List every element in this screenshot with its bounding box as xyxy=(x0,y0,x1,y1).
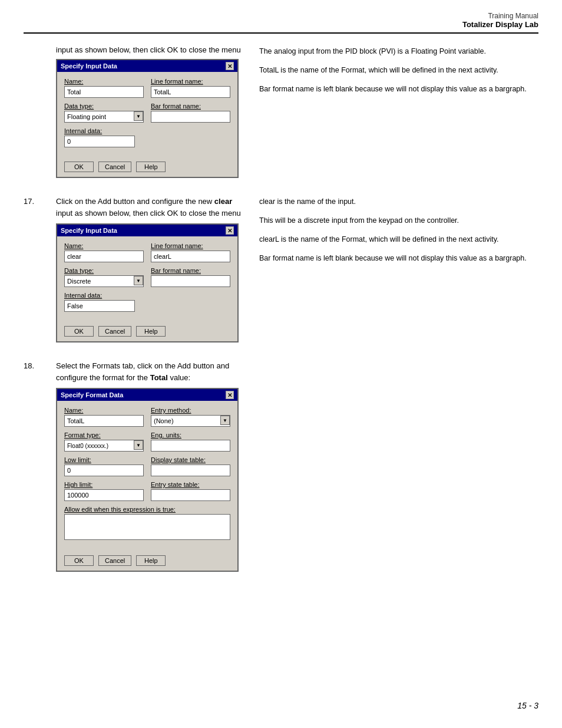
dialog1-close-button[interactable]: ✕ xyxy=(226,62,234,70)
dialog1-datatype-barformat-row: Data type: Floating point ▼ Bar format n… xyxy=(64,103,230,123)
dialog3-formattype-wrap: Float0 (xxxxxx.) ▼ xyxy=(64,440,144,452)
dialog1-buttons: OK Cancel Help xyxy=(57,158,237,177)
dialog3-formattype-arrow-icon[interactable]: ▼ xyxy=(134,440,143,450)
dialog1-lineformat-col: Line format name: xyxy=(151,78,230,98)
dialog1-datatype-dropdown[interactable]: Floating point ▼ xyxy=(64,111,144,123)
dialog1-ok-button[interactable]: OK xyxy=(64,162,94,172)
dialog3-name-input[interactable] xyxy=(64,415,144,427)
dialog3-body: Name: Entry method: (None) ▼ xyxy=(57,401,237,552)
dialog2-dropdown-arrow-icon[interactable]: ▼ xyxy=(134,276,143,285)
step17-row: 17. Click on the Add button and configur… xyxy=(24,196,247,219)
dialog1-lineformat-input[interactable] xyxy=(151,86,230,98)
dialog2-ok-button[interactable]: OK xyxy=(64,326,94,337)
dialog3-name-label: Name: xyxy=(64,407,144,414)
dialog3-close-button[interactable]: ✕ xyxy=(226,391,234,399)
dialog3-highlimit-label: High limit: xyxy=(64,481,144,488)
section3-right xyxy=(247,360,538,572)
dialog3-ok-button[interactable]: OK xyxy=(64,555,94,566)
dialog2-name-label: Name: xyxy=(64,242,144,249)
dialog3-engunits-col: Eng. units: xyxy=(151,431,230,452)
dialog1-barformat-col: Bar format name: xyxy=(151,103,230,123)
right2-p4: Bar format name is left blank because we… xyxy=(259,252,538,264)
dialog2-lineformat-input[interactable] xyxy=(151,251,230,262)
dialog1-cancel-button[interactable]: Cancel xyxy=(98,162,131,172)
right1-p2: TotalL is the name of the Format, which … xyxy=(259,64,538,76)
dialog3-allowedit-section: Allow edit when this expression is true: xyxy=(64,506,230,541)
dialog3-displaystate-input[interactable] xyxy=(151,465,230,476)
dialog3-entrymethod-col: Entry method: (None) ▼ xyxy=(151,407,230,427)
dialog2-datatype-col: Data type: Discrete ▼ xyxy=(64,267,144,287)
dialog2-close-button[interactable]: ✕ xyxy=(226,226,234,235)
header-subtitle: Totalizer Display Lab xyxy=(462,20,538,29)
dialog3-allowedit-input[interactable] xyxy=(64,514,230,540)
dialog3-engunits-input[interactable] xyxy=(151,440,230,452)
dialog1-barformat-input[interactable] xyxy=(151,111,230,123)
section1-right: The analog input from the PID block (PVI… xyxy=(247,45,538,178)
dialog3-formattype-col: Format type: Float0 (xxxxxx.) ▼ xyxy=(64,431,144,452)
dialog1-datatype-value: Floating point xyxy=(67,113,106,120)
dialog3-formattype-engunits-row: Format type: Float0 (xxxxxx.) ▼ Eng. uni… xyxy=(64,431,230,452)
dialog2-barformat-input[interactable] xyxy=(151,275,230,287)
dialog3-highlimit-input[interactable] xyxy=(64,489,144,501)
dialog2-name-input[interactable] xyxy=(64,251,144,262)
dialog2-help-button[interactable]: Help xyxy=(136,326,166,337)
dialog3-entrymethod-label: Entry method: xyxy=(151,407,230,414)
dialog3-lowlimit-input[interactable] xyxy=(64,465,144,476)
header-right: Training Manual Totalizer Display Lab xyxy=(462,12,538,29)
dialog3-cancel-button[interactable]: Cancel xyxy=(98,555,131,566)
right1-p1: The analog input from the PID block (PVI… xyxy=(259,45,538,57)
dialog2-lineformat-col: Line format name: xyxy=(151,242,230,262)
dialog3-entrymethod-dropdown[interactable]: (None) ▼ xyxy=(151,415,230,427)
intro-text: input as shown below, then click OK to c… xyxy=(24,45,247,54)
dialog1-lineformat-label: Line format name: xyxy=(151,78,230,85)
dialog3-displaystate-label: Display state table: xyxy=(151,456,230,463)
step18-text: Select the Formats tab, click on the Add… xyxy=(56,360,247,383)
section1-left: input as shown below, then click OK to c… xyxy=(24,45,247,178)
step18-number: 18. xyxy=(24,360,56,383)
dialog2-datatype-label: Data type: xyxy=(64,267,144,274)
dialog3-entrymethod-wrap: (None) ▼ xyxy=(151,415,230,427)
dialog2-body: Name: Line format name: Data type: xyxy=(57,236,237,322)
dialog3-entrystate-label: Entry state table: xyxy=(151,481,230,488)
dialog3-formattype-label: Format type: xyxy=(64,431,144,439)
dialog2-titlebar: Specify Input Data ✕ xyxy=(57,225,237,236)
step18-text-part1: Select the Formats tab, click on the Add… xyxy=(56,361,229,382)
dialog3-lowlimit-col: Low limit: xyxy=(64,456,144,476)
dialog3-displaystate-col: Display state table: xyxy=(151,456,230,476)
dialog1-internaldata-label: Internal data: xyxy=(64,127,230,134)
dialog3-entrymethod-value: (None) xyxy=(154,417,174,424)
step17-number: 17. xyxy=(24,196,56,219)
dialog2-datatype-wrap: Discrete ▼ xyxy=(64,275,144,287)
dialog1-name-input[interactable] xyxy=(64,86,144,98)
dialog3-formattype-value: Float0 (xxxxxx.) xyxy=(67,443,108,449)
dialog2-cancel-button[interactable]: Cancel xyxy=(98,326,131,337)
dialog3-titlebar: Specify Format Data ✕ xyxy=(57,389,237,401)
dialog2-datatype-barformat-row: Data type: Discrete ▼ Bar format name: xyxy=(64,267,230,287)
header-title: Training Manual xyxy=(462,12,538,20)
dialog1-name-label: Name: xyxy=(64,78,144,85)
dialog2-internaldata-input[interactable] xyxy=(64,300,135,312)
dialog3-lowlimit-displaystate-row: Low limit: Display state table: xyxy=(64,456,230,476)
dialog3-help-button[interactable]: Help xyxy=(136,555,166,566)
dialog3-entrymethod-arrow-icon[interactable]: ▼ xyxy=(220,416,230,425)
page: Training Manual Totalizer Display Lab in… xyxy=(0,0,562,728)
dialog3-formattype-dropdown[interactable]: Float0 (xxxxxx.) ▼ xyxy=(64,440,144,452)
dialog3-allowedit-label: Allow edit when this expression is true: xyxy=(64,506,230,513)
right1-p3: Bar format name is left blank because we… xyxy=(259,83,538,95)
dialog1-datatype-label: Data type: xyxy=(64,103,144,110)
dialog3-entrystate-col: Entry state table: xyxy=(151,481,230,501)
page-number: 15 - 3 xyxy=(517,701,538,710)
dialog2-internaldata-section: Internal data: xyxy=(64,292,230,312)
section3-left: 18. Select the Formats tab, click on the… xyxy=(24,360,247,572)
step17-bold: clear xyxy=(214,197,232,206)
dropdown-arrow-icon[interactable]: ▼ xyxy=(134,111,143,121)
dialog3-buttons: OK Cancel Help xyxy=(57,552,237,571)
step18-row: 18. Select the Formats tab, click on the… xyxy=(24,360,247,383)
dialog3-entrystate-input[interactable] xyxy=(151,489,230,501)
dialog1-help-button[interactable]: Help xyxy=(136,162,166,172)
dialog1-internaldata-input[interactable] xyxy=(64,136,135,147)
dialog2-datatype-dropdown[interactable]: Discrete ▼ xyxy=(64,275,144,287)
dialog1-datatype-col: Data type: Floating point ▼ xyxy=(64,103,144,123)
dialog1-title: Specify Input Data xyxy=(61,62,117,70)
dialog2-name-lineformat-row: Name: Line format name: xyxy=(64,242,230,262)
